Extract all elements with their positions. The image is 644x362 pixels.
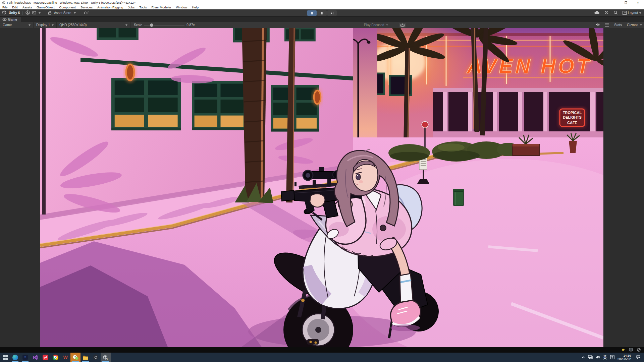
taskbar-icon-unity-hub[interactable] (91, 353, 101, 362)
mute-audio-icon[interactable] (594, 23, 601, 27)
windows-taskbar: ∷ yd W 6 英 14:56 2025/5/22 (0, 353, 644, 362)
taskbar-icon-edge[interactable] (10, 353, 20, 362)
scale-slider[interactable] (144, 25, 184, 25)
taskbar-icon-unity-editor[interactable]: 6 (101, 353, 111, 362)
editor-status-bar (0, 347, 644, 353)
editor-toolbar: Unity 6 | Asset Store (0, 9, 644, 17)
account-icon[interactable] (25, 10, 30, 15)
ime-language-indicator[interactable]: 英 (603, 355, 607, 360)
ime-mode-icon[interactable] (610, 355, 614, 360)
scale-slider-knob[interactable] (150, 23, 153, 27)
youdao-icon: yd (43, 355, 48, 360)
history-icon[interactable] (604, 10, 609, 15)
play-focused-dropdown[interactable]: Play Focused (364, 23, 388, 27)
menu-window[interactable]: Window (174, 5, 190, 9)
version-control-icon[interactable] (84, 11, 89, 15)
asset-store-label[interactable]: Asset Store (54, 11, 71, 15)
gizmos-label: Gizmos (627, 23, 638, 27)
chevron-down-icon[interactable] (39, 12, 41, 14)
layout-label: Layout (628, 11, 638, 15)
window-titlebar: FullThrottleChaos - Map001Coastline - Wi… (0, 0, 644, 5)
taskbar-icon-file-explorer[interactable] (80, 353, 91, 362)
taskbar-icon-youdao[interactable]: yd (40, 353, 50, 362)
folder-icon (83, 355, 89, 360)
game-view-toolbar: Game Display 1 QHD (2560x1440) Scale 0.8… (0, 22, 644, 28)
resolution-dropdown[interactable]: QHD (2560x1440) (57, 22, 130, 28)
menu-river-modeler[interactable]: River Modeler (149, 5, 173, 9)
window-title: FullThrottleChaos - Map001Coastline - Wi… (7, 1, 136, 4)
menu-edit[interactable]: Edit (10, 5, 20, 9)
chevron-down-icon (29, 24, 31, 26)
scale-label: Scale (134, 23, 142, 27)
unity-hub-icon (93, 354, 99, 360)
asset-store-lock-icon (48, 11, 52, 15)
chevron-down-icon[interactable] (74, 12, 76, 14)
menu-component[interactable]: Component (57, 5, 78, 9)
restore-button[interactable]: ❐ (620, 0, 632, 5)
visual-studio-icon (33, 355, 38, 360)
search-icon[interactable] (613, 10, 618, 15)
resolution-label: QHD (2560x1440) (59, 23, 87, 27)
pause-button[interactable] (317, 10, 327, 16)
gizmos-dropdown[interactable]: Gizmos (626, 23, 643, 27)
menu-gameobject[interactable]: GameObject (34, 5, 57, 9)
taskbar-icon-chrome[interactable] (50, 353, 60, 362)
view-mode-label: Game (3, 23, 12, 27)
chevron-down-icon (640, 24, 642, 26)
start-button[interactable] (0, 353, 10, 362)
svg-text:6: 6 (107, 358, 108, 360)
game-view-mode-dropdown[interactable]: Game (0, 22, 34, 28)
notification-center-icon[interactable] (636, 355, 641, 360)
chevron-down-icon (125, 24, 127, 26)
id-badge-icon[interactable] (32, 11, 36, 15)
volume-icon[interactable] (596, 355, 600, 360)
tray-chevron-icon[interactable] (582, 355, 585, 359)
view-tab-bar: Game (0, 17, 644, 22)
menu-services[interactable]: Services (78, 5, 95, 9)
edge-icon (12, 355, 18, 360)
game-scene[interactable]: AVEN HOT AVEN HOT TROPICAL DELIGHTS CAFE (40, 28, 603, 347)
unity-version-label: Unity 6 (9, 11, 20, 15)
burst-status-icon[interactable] (621, 347, 625, 353)
menu-tools[interactable]: Tools (137, 5, 149, 9)
screenshot-icon[interactable] (399, 23, 406, 27)
tab-game[interactable]: Game (0, 17, 21, 22)
svg-text:TROPICAL: TROPICAL (563, 111, 582, 115)
tray-clock[interactable]: 14:56 2025/5/22 (618, 354, 631, 361)
play-button[interactable] (307, 10, 317, 16)
cloud-icon[interactable] (594, 11, 600, 15)
menu-jobs[interactable]: Jobs (125, 5, 137, 9)
menu-assets[interactable]: Assets (20, 5, 35, 9)
chevron-down-icon (52, 24, 54, 26)
gamepad-icon (2, 18, 7, 21)
display-dropdown[interactable]: Display 1 (34, 22, 57, 28)
game-viewport: AVEN HOT AVEN HOT TROPICAL DELIGHTS CAFE (0, 28, 644, 347)
system-tray: 英 14:56 2025/5/22 (578, 353, 644, 362)
step-button[interactable] (327, 10, 337, 16)
layout-button[interactable]: Layout (623, 11, 641, 15)
scale-value: 0.87x (186, 23, 195, 27)
unity-logo-icon (2, 1, 5, 4)
chrome-icon (53, 355, 58, 360)
menu-file[interactable]: File (0, 5, 10, 9)
unity-editor-icon: 6 (103, 355, 108, 360)
svg-text:CAFE: CAFE (567, 121, 577, 125)
menu-help[interactable]: Help (190, 5, 201, 9)
cafe-sign: TROPICAL DELIGHTS CAFE (558, 108, 586, 128)
menu-animation-rigging[interactable]: Animation Rigging (95, 5, 125, 9)
taskbar-icon-app-dark[interactable]: ∷ (20, 353, 30, 362)
vsync-icon[interactable] (604, 23, 610, 27)
taskbar-icon-wechat[interactable] (70, 353, 80, 362)
dark-app-icon: ∷ (22, 355, 28, 360)
close-button[interactable]: ✕ (632, 0, 644, 5)
network-icon[interactable] (588, 355, 593, 360)
display-label: Display 1 (36, 23, 50, 27)
minimize-button[interactable]: – (608, 0, 620, 5)
taskbar-icon-wps[interactable]: W (60, 353, 70, 362)
cache-server-icon[interactable] (629, 347, 633, 353)
trash-bin (453, 189, 464, 206)
activity-check-icon[interactable] (637, 347, 641, 353)
svg-text:DELIGHTS: DELIGHTS (563, 115, 582, 119)
stats-button[interactable]: Stats (613, 23, 623, 27)
taskbar-icon-visual-studio[interactable] (30, 353, 40, 362)
